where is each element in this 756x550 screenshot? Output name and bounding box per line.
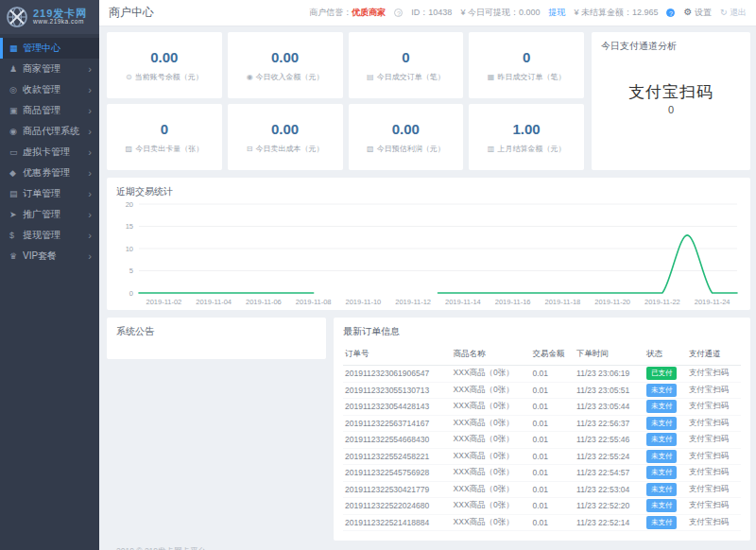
order-channel: 支付宝扫码 [687,382,741,399]
status-badge: 未支付 [646,400,678,413]
table-row[interactable]: 2019112322530421779XXX商品（0张）0.0111/23 22… [343,481,741,498]
sidebar-item-promote[interactable]: ➤推广管理› [0,204,99,225]
withdraw-icon: $ [9,231,23,240]
svg-text:2019-11-10: 2019-11-10 [345,298,381,306]
pay-channel-name: 支付宝扫码 [601,81,741,103]
announcement-card: 系统公告 [107,318,326,359]
stat-card-yesterday-orders: 0▦昨日成交订单（笔） [469,32,584,98]
stat-value: 0.00 [271,49,299,65]
coupon-icon: ◆ [9,168,23,178]
order-no: 2019112322552458221 [343,448,452,465]
order-time: 11/23 22:52:20 [575,498,644,515]
announcement-title: 系统公告 [116,325,317,338]
table-row[interactable]: 2019112322563714167XXX商品（0张）0.0111/23 22… [343,415,741,432]
sidebar: 219发卡网 www.219ka.com ▦管理中心♟商家管理›◎收款管理›▣商… [0,0,99,550]
withdraw-link[interactable]: 提现 [548,7,565,19]
sidebar-item-payment[interactable]: ◎收款管理› [0,79,99,100]
settings-button[interactable]: ⚙ 设置 [683,7,711,19]
order-amount: 0.01 [530,399,575,416]
order-product: XXX商品（0张） [452,415,531,432]
sidebar-item-label: 商品代理系统 [23,125,88,138]
reputation-help-icon[interactable]: ? [394,9,403,17]
sidebar-item-card[interactable]: ▭虚拟卡管理› [0,142,99,163]
income-icon: ◉ [247,73,253,81]
card-icon: ▭ [9,147,23,157]
order-channel: 支付宝扫码 [687,465,741,482]
svg-text:15: 15 [126,222,133,231]
table-row[interactable]: 2019112322552458221XXX商品（0张）0.0111/23 22… [343,448,741,465]
orders-table-body: 2019112323061906547XXX商品（0张）0.0111/23 23… [343,366,741,531]
order-time: 11/23 23:05:44 [575,399,644,416]
chevron-right-icon: › [88,250,92,262]
order-time: 11/23 23:06:19 [575,366,644,383]
order-no: 2019112322554668430 [343,432,452,449]
sidebar-item-vip[interactable]: ♛VIP套餐› [0,246,99,266]
table-row[interactable]: 2019112322554668430XXX商品（0张）0.0111/23 22… [343,432,741,449]
orders-column-header: 交易金额 [530,344,575,366]
unsettled-amount: ¥ 未结算金额：12.965 [574,7,658,19]
table-row[interactable]: 2019112322545756928XXX商品（0张）0.0111/23 22… [343,465,741,482]
unsettled-help-icon[interactable]: ? [666,9,675,17]
svg-text:2019-11-12: 2019-11-12 [395,298,431,306]
sidebar-item-label: VIP套餐 [23,249,88,263]
chevron-right-icon: › [88,126,92,137]
table-row[interactable]: 2019112323055130713XXX商品（0张）0.0111/23 23… [343,382,741,399]
topbar-right: 商户信誉：优质商家 ? ID：10438 ¥ 今日可提现：0.000 提现 ¥ … [309,7,747,19]
stat-card-today-orders: 0▤今日成交订单（笔） [349,32,464,98]
order-channel: 支付宝扫码 [687,481,741,498]
stats-grid: 0.00⊙当前账号余额（元）0.00◉今日收入金额（元）0▤今日成交订单（笔）0… [107,32,584,170]
sidebar-item-label: 商品管理 [23,104,88,117]
orders-column-header: 订单号 [343,344,452,366]
orders-table-header: 订单号商品名称交易金额下单时间状态支付通道 [343,344,741,366]
dashboard-icon: ▦ [9,43,23,53]
svg-text:2019-11-24: 2019-11-24 [695,298,730,306]
order-channel: 支付宝扫码 [687,448,741,465]
table-row[interactable]: 2019112322521418884XXX商品（0张）0.0111/23 22… [343,514,741,531]
stat-value: 0.00 [392,121,420,137]
merchant-icon: ♟ [9,64,23,74]
orders-title: 最新订单信息 [343,325,741,338]
order-no: 2019112322545756928 [343,465,452,482]
logout-button[interactable]: ↻ 退出 [720,7,747,19]
orders-column-header: 商品名称 [452,344,531,366]
order-amount: 0.01 [530,382,575,399]
order-amount: 0.01 [530,366,575,383]
svg-text:5: 5 [129,266,133,275]
sidebar-item-withdraw[interactable]: $提现管理› [0,225,99,246]
globe-icon [6,6,28,28]
order-amount: 0.01 [530,465,575,482]
withdrawable-amount: ¥ 今日可提现：0.000 [460,7,540,19]
sidebar-item-label: 推广管理 [23,208,88,221]
svg-text:2019-11-16: 2019-11-16 [495,298,531,306]
svg-text:20: 20 [126,200,133,209]
table-row[interactable]: 2019112323054428143XXX商品（0张）0.0111/23 23… [343,399,741,416]
order-amount: 0.01 [530,514,575,531]
stat-label: ▥上月结算金额（元） [488,144,566,154]
stat-label: ◉今日收入金额（元） [247,72,324,82]
stat-value: 1.00 [513,121,541,137]
chevron-right-icon: › [88,209,92,220]
settlement-icon: ▥ [488,145,495,153]
chart-title: 近期交易统计 [116,185,741,198]
table-row[interactable]: 2019112322522024680XXX商品（0张）0.0111/23 22… [343,498,741,515]
main-area: 商户中心 商户信誉：优质商家 ? ID：10438 ¥ 今日可提现：0.000 … [99,0,756,550]
stat-value: 0.00 [150,49,178,65]
order-amount: 0.01 [530,481,575,498]
sidebar-item-coupon[interactable]: ◆优惠券管理› [0,163,99,183]
orders-column-header: 支付通道 [687,344,741,366]
sidebar-item-label: 订单管理 [23,187,88,200]
sidebar-item-merchant[interactable]: ♟商家管理› [0,59,99,79]
sidebar-item-agent-eye[interactable]: ◉商品代理系统› [0,121,99,142]
stat-card-settlement: 1.00▥上月结算金额（元） [469,104,584,170]
app-window: 219发卡网 www.219ka.com ▦管理中心♟商家管理›◎收款管理›▣商… [0,0,756,550]
table-row[interactable]: 2019112323061906547XXX商品（0张）0.0111/23 23… [343,366,741,383]
sidebar-item-dashboard[interactable]: ▦管理中心 [0,38,99,59]
orders-card: 最新订单信息 订单号商品名称交易金额下单时间状态支付通道 20191123230… [334,318,750,541]
order-channel: 支付宝扫码 [687,432,741,449]
yesterday-orders-icon: ▦ [488,73,495,81]
sidebar-item-orders[interactable]: ▤订单管理› [0,183,99,204]
logo[interactable]: 219发卡网 www.219ka.com [0,0,99,34]
stat-card-balance: 0.00⊙当前账号余额（元） [107,32,222,98]
order-time: 11/23 22:53:04 [575,481,644,498]
sidebar-item-goods[interactable]: ▣商品管理› [0,100,99,121]
